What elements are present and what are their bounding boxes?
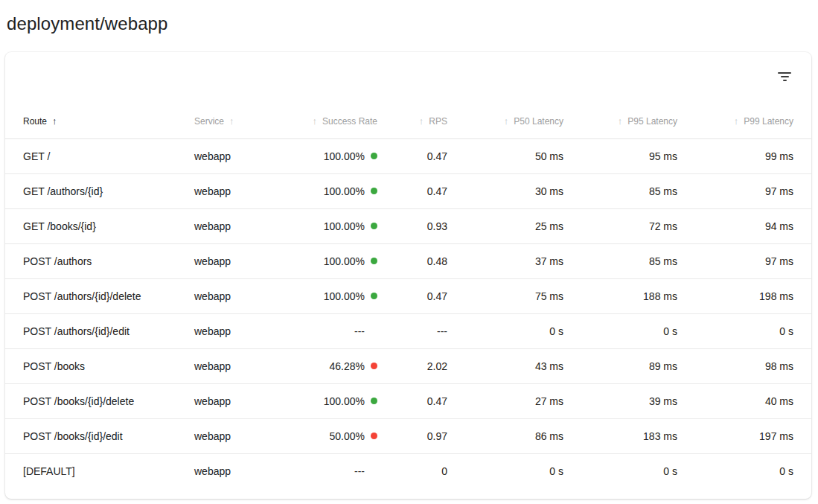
routes-table: Route↑Service↑↑Success Rate↑RPS↑P50 Late… xyxy=(5,104,811,488)
column-label: P50 Latency xyxy=(514,116,563,127)
sort-arrow-icon: ↑ xyxy=(618,115,623,127)
sort-arrow-icon: ↑ xyxy=(419,115,424,127)
column-label: Service xyxy=(194,116,224,127)
column-header-p95[interactable]: ↑P95 Latency xyxy=(569,104,683,138)
rps-cell: 0.48 xyxy=(383,243,453,278)
column-header-rps[interactable]: ↑RPS xyxy=(383,104,453,138)
service-cell: webapp xyxy=(188,453,303,488)
status-dot xyxy=(371,188,377,194)
page-title: deployment/webapp xyxy=(7,13,168,34)
table-row[interactable]: GET /webapp100.00%0.4750 ms95 ms99 ms xyxy=(5,138,811,173)
table-row[interactable]: POST /books/{id}/deletewebapp100.00%0.47… xyxy=(5,383,811,418)
routes-card: Route↑Service↑↑Success Rate↑RPS↑P50 Late… xyxy=(5,52,811,499)
p99-latency-cell: 0 s xyxy=(683,313,811,348)
table-row[interactable]: POST /authors/{id}/editwebapp------0 s0 … xyxy=(5,313,811,348)
p99-latency-cell: 94 ms xyxy=(683,208,811,243)
p50-latency-cell: 75 ms xyxy=(453,278,569,313)
p50-latency-cell: 27 ms xyxy=(453,383,569,418)
column-label: Route xyxy=(23,116,47,127)
service-cell: webapp xyxy=(188,418,303,453)
rps-cell: --- xyxy=(383,313,453,348)
status-dot xyxy=(371,433,377,439)
column-header-service[interactable]: Service↑ xyxy=(188,104,303,138)
column-label: Success Rate xyxy=(322,116,377,127)
success-rate-value: 100.00% xyxy=(324,150,365,162)
p50-latency-cell: 0 s xyxy=(453,453,569,488)
p99-latency-cell: 99 ms xyxy=(683,138,811,173)
success-rate-cell: --- xyxy=(303,313,383,348)
p99-latency-cell: 198 ms xyxy=(683,278,811,313)
p50-latency-cell: 37 ms xyxy=(453,243,569,278)
status-dot xyxy=(371,223,377,229)
column-label: P99 Latency xyxy=(744,116,793,127)
route-cell: POST /authors xyxy=(5,243,188,278)
column-label: RPS xyxy=(429,116,447,127)
route-cell: GET / xyxy=(5,138,188,173)
p95-latency-cell: 183 ms xyxy=(569,418,683,453)
success-rate-value: --- xyxy=(354,325,365,337)
success-rate-cell: 100.00% xyxy=(303,243,383,278)
table-row[interactable]: POST /books/{id}/editwebapp50.00%0.9786 … xyxy=(5,418,811,453)
success-rate-cell: 50.00% xyxy=(303,418,383,453)
filter-list-icon xyxy=(778,72,791,81)
p50-latency-cell: 50 ms xyxy=(453,138,569,173)
column-header-success_rate[interactable]: ↑Success Rate xyxy=(303,104,383,138)
service-cell: webapp xyxy=(188,138,303,173)
p50-latency-cell: 43 ms xyxy=(453,348,569,383)
service-cell: webapp xyxy=(188,278,303,313)
route-cell: POST /books/{id}/edit xyxy=(5,418,188,453)
sort-arrow-icon: ↑ xyxy=(52,115,57,127)
route-cell: POST /authors/{id}/edit xyxy=(5,313,188,348)
status-dot xyxy=(371,258,377,264)
p95-latency-cell: 85 ms xyxy=(569,173,683,208)
success-rate-cell: 100.00% xyxy=(303,383,383,418)
column-header-route[interactable]: Route↑ xyxy=(5,104,188,138)
table-row[interactable]: GET /authors/{id}webapp100.00%0.4730 ms8… xyxy=(5,173,811,208)
p95-latency-cell: 85 ms xyxy=(569,243,683,278)
rps-cell: 0.97 xyxy=(383,418,453,453)
success-rate-cell: 46.28% xyxy=(303,348,383,383)
rps-cell: 0.93 xyxy=(383,208,453,243)
table-row[interactable]: POST /authors/{id}/deletewebapp100.00%0.… xyxy=(5,278,811,313)
table-row[interactable]: POST /authorswebapp100.00%0.4837 ms85 ms… xyxy=(5,243,811,278)
rps-cell: 0.47 xyxy=(383,138,453,173)
service-cell: webapp xyxy=(188,383,303,418)
success-rate-value: 46.28% xyxy=(330,360,365,372)
route-cell: POST /books xyxy=(5,348,188,383)
status-dot xyxy=(371,153,377,159)
table-row[interactable]: GET /books/{id}webapp100.00%0.9325 ms72 … xyxy=(5,208,811,243)
p95-latency-cell: 0 s xyxy=(569,453,683,488)
table-row[interactable]: POST /bookswebapp46.28%2.0243 ms89 ms98 … xyxy=(5,348,811,383)
service-cell: webapp xyxy=(188,173,303,208)
p95-latency-cell: 0 s xyxy=(569,313,683,348)
service-cell: webapp xyxy=(188,243,303,278)
column-header-p50[interactable]: ↑P50 Latency xyxy=(453,104,569,138)
filter-button[interactable] xyxy=(771,63,798,90)
route-cell: GET /authors/{id} xyxy=(5,173,188,208)
table-row[interactable]: [DEFAULT]webapp---00 s0 s0 s xyxy=(5,453,811,488)
p99-latency-cell: 98 ms xyxy=(683,348,811,383)
sort-arrow-icon: ↑ xyxy=(734,115,739,127)
status-dot xyxy=(371,363,377,369)
rps-cell: 0.47 xyxy=(383,173,453,208)
success-rate-cell: --- xyxy=(303,453,383,488)
route-cell: GET /books/{id} xyxy=(5,208,188,243)
column-header-p99[interactable]: ↑P99 Latency xyxy=(683,104,811,138)
p95-latency-cell: 39 ms xyxy=(569,383,683,418)
column-label: P95 Latency xyxy=(627,116,677,127)
success-rate-cell: 100.00% xyxy=(303,173,383,208)
success-rate-value: 100.00% xyxy=(324,395,365,407)
service-cell: webapp xyxy=(188,348,303,383)
route-cell: POST /authors/{id}/delete xyxy=(5,278,188,313)
route-cell: [DEFAULT] xyxy=(5,453,188,488)
success-rate-value: 100.00% xyxy=(324,220,365,232)
rps-cell: 2.02 xyxy=(383,348,453,383)
success-rate-value: 50.00% xyxy=(330,430,365,442)
p50-latency-cell: 30 ms xyxy=(453,173,569,208)
success-rate-cell: 100.00% xyxy=(303,278,383,313)
service-cell: webapp xyxy=(188,313,303,348)
p95-latency-cell: 72 ms xyxy=(569,208,683,243)
status-dot xyxy=(371,293,377,299)
success-rate-value: --- xyxy=(354,465,365,477)
p95-latency-cell: 89 ms xyxy=(569,348,683,383)
